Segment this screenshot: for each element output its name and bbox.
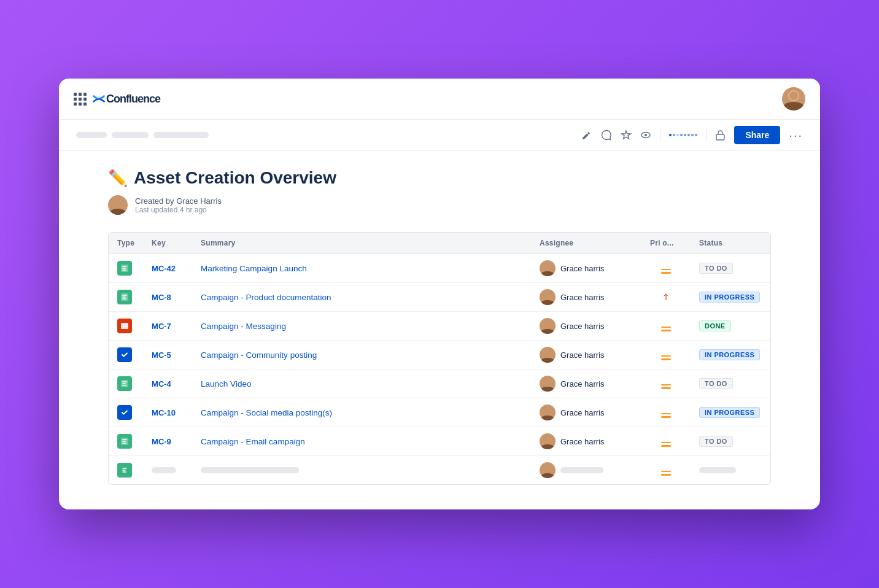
- status-badge: IN PROGRESS: [699, 349, 760, 360]
- priority-medium-icon: [661, 413, 671, 418]
- cell-key: MC-8: [143, 283, 192, 312]
- cell-key: MC-5: [143, 341, 192, 369]
- table-row: MC-5 Campaign - Community posting Grace …: [109, 341, 770, 369]
- confluence-logo-icon: [93, 93, 105, 105]
- issues-table: Type Key Summary Assignee Pri o... Statu…: [109, 233, 770, 484]
- assignee-cell: Grace harris: [540, 289, 633, 305]
- cell-key: MC-7: [143, 312, 192, 341]
- cell-status: TO DO: [691, 254, 770, 283]
- share-button[interactable]: Share: [734, 126, 780, 144]
- issue-key[interactable]: MC-10: [152, 408, 176, 417]
- cell-priority: [641, 398, 691, 427]
- cell-summary-partial: [192, 456, 531, 485]
- status-badge: IN PROGRESS: [699, 292, 760, 303]
- table-row: MC-9 Campaign - Email campaign Grace har…: [109, 427, 770, 456]
- cell-summary: Marketing Campaign Launch: [192, 254, 531, 283]
- issue-summary[interactable]: Campaign - Product documentation: [201, 293, 331, 302]
- lock-icon[interactable]: [715, 130, 726, 141]
- toolbar-divider: [660, 129, 660, 141]
- col-header-priority[interactable]: Pri o...: [641, 233, 691, 254]
- issue-key[interactable]: MC-42: [152, 264, 176, 273]
- cell-key: MC-4: [143, 369, 192, 398]
- cell-status: DONE: [691, 312, 770, 341]
- priority-medium-icon-partial: [661, 471, 671, 476]
- issue-type-icon: [117, 376, 132, 391]
- cell-status: IN PROGRESS: [691, 341, 770, 369]
- assignee-avatar: [540, 289, 556, 305]
- priority-medium-icon: [661, 384, 671, 389]
- cell-type: [109, 427, 143, 456]
- user-avatar[interactable]: [782, 87, 805, 110]
- edit-icon[interactable]: [581, 130, 592, 141]
- cell-assignee: Grace harris: [531, 283, 641, 312]
- priority-high-icon: ⇑: [662, 292, 670, 302]
- cell-key: MC-10: [143, 398, 192, 427]
- cell-summary: Launch Video: [192, 369, 531, 398]
- comment-icon[interactable]: [601, 130, 612, 141]
- cell-type: [109, 341, 143, 369]
- issue-key[interactable]: MC-8: [152, 293, 171, 302]
- issue-summary[interactable]: Campaign - Community posting: [201, 350, 317, 360]
- issue-type-icon: [117, 261, 132, 276]
- cell-assignee: Grace harris: [531, 254, 641, 283]
- assignee-cell: Grace harris: [540, 318, 633, 334]
- issue-summary[interactable]: Campaign - Messaging: [201, 322, 286, 331]
- issue-key[interactable]: MC-4: [152, 379, 171, 389]
- toolbar: Share ···: [59, 120, 820, 151]
- assignee-name: Grace harris: [560, 350, 605, 360]
- cell-type-partial: [109, 456, 143, 485]
- watch-icon[interactable]: [640, 130, 651, 141]
- jira-issues-table: Type Key Summary Assignee Pri o... Statu…: [108, 232, 771, 485]
- issue-key[interactable]: MC-7: [152, 322, 171, 331]
- status-badge: TO DO: [699, 436, 733, 447]
- col-header-summary[interactable]: Summary: [192, 233, 531, 254]
- navbar: Confluence: [59, 79, 820, 120]
- confluence-logo[interactable]: Confluence: [93, 93, 160, 106]
- page-title-row: ✏️ Asset Creation Overview: [108, 168, 771, 188]
- cell-assignee: Grace harris: [531, 369, 641, 398]
- priority-medium-icon: [661, 355, 671, 360]
- table-row: MC-7 Campaign - Messaging Grace harris D…: [109, 312, 770, 341]
- assignee-avatar: [540, 376, 556, 392]
- table-row: MC-42 Marketing Campaign Launch Grace ha…: [109, 254, 770, 283]
- cell-type: [109, 398, 143, 427]
- table-header-row: Type Key Summary Assignee Pri o... Statu…: [109, 233, 770, 254]
- col-header-assignee[interactable]: Assignee: [531, 233, 641, 254]
- cell-type: [109, 283, 143, 312]
- page-emoji: ✏️: [108, 169, 128, 188]
- breadcrumb: [76, 132, 209, 138]
- status-badge: IN PROGRESS: [699, 407, 760, 418]
- col-header-key[interactable]: Key: [143, 233, 192, 254]
- cell-priority: [641, 369, 691, 398]
- issue-summary[interactable]: Marketing Campaign Launch: [201, 264, 307, 273]
- priority-medium-icon: [661, 269, 671, 274]
- issue-summary[interactable]: Campaign - Social media posting(s): [201, 408, 332, 417]
- issue-key[interactable]: MC-9: [152, 437, 171, 446]
- issue-summary[interactable]: Launch Video: [201, 379, 251, 389]
- issue-key[interactable]: MC-5: [152, 350, 171, 360]
- col-header-type[interactable]: Type: [109, 233, 143, 254]
- col-header-status[interactable]: Status: [691, 233, 770, 254]
- issue-summary[interactable]: Campaign - Email campaign: [201, 437, 305, 446]
- page-meta: Created by Grace Harris Last updated 4 h…: [108, 195, 771, 215]
- cell-key: MC-9: [143, 427, 192, 456]
- cell-status-partial: [691, 456, 770, 485]
- cell-assignee: Grace harris: [531, 341, 641, 369]
- table-row: MC-10 Campaign - Social media posting(s)…: [109, 398, 770, 427]
- grid-icon[interactable]: [74, 93, 87, 106]
- assignee-name: Grace harris: [560, 264, 605, 273]
- issue-type-icon: [117, 347, 132, 362]
- assignee-avatar-partial: [540, 462, 556, 478]
- more-actions-icon[interactable]: ···: [789, 128, 803, 142]
- page-meta-text: Created by Grace Harris Last updated 4 h…: [135, 196, 222, 214]
- cell-assignee: Grace harris: [531, 427, 641, 456]
- star-icon[interactable]: [621, 130, 632, 141]
- cell-summary: Campaign - Community posting: [192, 341, 531, 369]
- table-row: MC-4 Launch Video Grace harris TO DO: [109, 369, 770, 398]
- cell-priority: ⇑: [641, 283, 691, 312]
- assignee-avatar: [540, 433, 556, 449]
- cell-summary: Campaign - Social media posting(s): [192, 398, 531, 427]
- cell-priority-partial: [641, 456, 691, 485]
- cell-status: TO DO: [691, 369, 770, 398]
- cell-priority: [641, 312, 691, 341]
